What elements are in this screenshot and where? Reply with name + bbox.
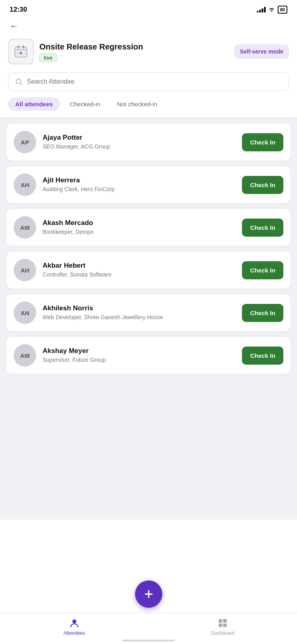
checkin-button[interactable]: Check In (242, 261, 283, 279)
attendee-avatar: AH (14, 173, 36, 196)
event-title: Onsite Release Regression (39, 41, 229, 52)
attendee-role: Controller, Sonata Software (43, 271, 236, 279)
checkin-button[interactable]: Check In (242, 304, 283, 322)
svg-rect-1 (18, 45, 19, 48)
checkin-button[interactable]: Check In (242, 347, 283, 365)
checkin-button[interactable]: Check In (242, 219, 283, 237)
svg-line-6 (20, 83, 23, 85)
tabs-bar: All attendees Checked-in Not checked-in (0, 97, 297, 111)
search-bar[interactable] (8, 72, 289, 91)
attendee-role: Bookkeeper, Dempo (43, 228, 236, 236)
tab-all-attendees[interactable]: All attendees (8, 97, 60, 111)
tab-checked-in[interactable]: Checked-in (62, 97, 107, 111)
attendee-role: Supervisor, Future Group (43, 356, 236, 364)
attendee-info: Akash Mercado Bookkeeper, Dempo (43, 219, 236, 236)
event-header: Onsite Release Regression live Self-serv… (0, 35, 297, 71)
status-time: 12:30 (10, 6, 27, 14)
search-icon (15, 78, 23, 86)
back-arrow-icon[interactable]: ← (10, 21, 18, 31)
status-bar: 12:30 80 (0, 0, 297, 17)
attendee-avatar: AP (14, 131, 36, 153)
home-indicator (123, 640, 175, 642)
attendee-card: AM Akash Mercado Bookkeeper, Dempo Check… (6, 209, 291, 246)
svg-rect-2 (23, 45, 24, 48)
attendee-card: AM Akshay Meyer Supervisor, Future Group… (6, 337, 291, 374)
live-badge: live (39, 54, 57, 62)
attendee-name: Akhilesh Norris (43, 304, 236, 312)
nav-dashboard[interactable]: Dashboard (149, 617, 297, 636)
attendee-list: AP Ajaya Potter SEO Manager, ACG Group C… (0, 117, 297, 520)
attendee-info: Akbar Hebert Controller, Sonata Software (43, 262, 236, 279)
attendee-card: AP Ajaya Potter SEO Manager, ACG Group C… (6, 124, 291, 161)
plus-icon (142, 588, 155, 601)
attendee-role: Auditing Clerk, Hero FinCorp (43, 186, 236, 194)
attendee-avatar: AM (14, 216, 36, 239)
attendee-card: AN Akhilesh Norris Web Developer, Shree … (6, 294, 291, 331)
attendee-avatar: AH (14, 259, 36, 281)
attendees-nav-icon (69, 617, 80, 629)
attendee-name: Ajaya Potter (43, 134, 236, 142)
svg-rect-3 (15, 50, 27, 50)
attendee-avatar: AN (14, 301, 36, 324)
attendee-name: Akshay Meyer (43, 347, 236, 355)
event-icon (8, 39, 34, 64)
attendee-name: Akbar Hebert (43, 262, 236, 270)
svg-rect-12 (219, 623, 222, 627)
attendee-info: Ajaya Potter SEO Manager, ACG Group (43, 134, 236, 151)
back-button[interactable]: ← (0, 17, 297, 35)
status-icons: 80 (257, 6, 287, 14)
attendee-info: Ajit Herrera Auditing Clerk, Hero FinCor… (43, 176, 236, 194)
battery-icon: 80 (278, 6, 287, 14)
dashboard-nav-label: Dashboard (211, 630, 235, 636)
wifi-icon (268, 6, 275, 13)
checkin-button[interactable]: Check In (242, 133, 283, 151)
event-title-group: Onsite Release Regression live (39, 41, 229, 62)
tab-not-checked-in[interactable]: Not checked-in (110, 97, 164, 111)
attendees-nav-label: Attendees (63, 630, 85, 636)
checkin-button[interactable]: Check In (242, 176, 283, 194)
attendee-info: Akhilesh Norris Web Developer, Shree Gan… (43, 304, 236, 322)
svg-point-9 (72, 619, 76, 623)
signal-icon (257, 7, 266, 12)
attendee-name: Akash Mercado (43, 219, 236, 227)
svg-rect-13 (223, 623, 227, 627)
search-input[interactable] (27, 78, 282, 85)
attendee-name: Ajit Herrera (43, 176, 236, 184)
self-serve-button[interactable]: Self-serve mode (234, 44, 289, 59)
attendee-avatar: AM (14, 344, 36, 367)
svg-point-5 (16, 79, 21, 84)
dashboard-nav-icon (217, 617, 228, 629)
attendee-info: Akshay Meyer Supervisor, Future Group (43, 347, 236, 364)
attendee-card: AH Ajit Herrera Auditing Clerk, Hero Fin… (6, 166, 291, 203)
nav-attendees[interactable]: Attendees (0, 617, 149, 636)
attendee-role: Web Developer, Shree Ganesh Jewellery Ho… (43, 314, 236, 322)
attendee-role: SEO Manager, ACG Group (43, 143, 236, 151)
attendee-card: AH Akbar Hebert Controller, Sonata Softw… (6, 252, 291, 289)
svg-rect-10 (219, 619, 222, 623)
add-attendee-fab[interactable] (135, 580, 162, 608)
svg-rect-11 (223, 619, 227, 623)
